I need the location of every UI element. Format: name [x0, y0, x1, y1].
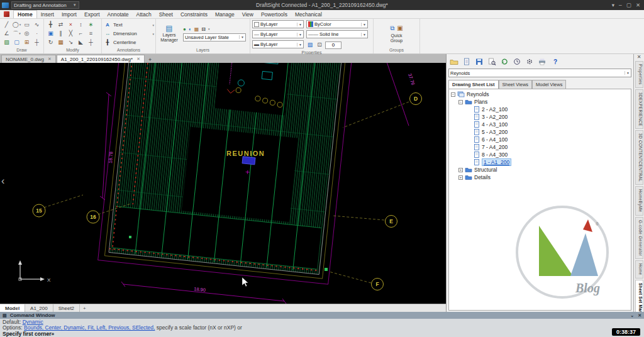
- tree-item-sheet[interactable]: 8 - A4_300: [449, 151, 631, 158]
- collapse-icon[interactable]: −: [451, 92, 455, 97]
- circle-icon[interactable]: ◯▾: [12, 21, 21, 29]
- tree-item-plans[interactable]: − Plans: [449, 98, 631, 106]
- tree-item-details[interactable]: + Details: [449, 174, 631, 181]
- tree-item-sheet[interactable]: 6 - A4_100: [449, 136, 631, 143]
- cad-drawing[interactable]: REUNION 18.78 37.76: [0, 63, 446, 304]
- help-icon[interactable]: ?: [553, 58, 557, 65]
- cross-icon[interactable]: ┼: [32, 38, 42, 47]
- palette-tab-gcode-generator[interactable]: G-code Generator: [635, 217, 643, 259]
- help-pin-icon[interactable]: ▾: [612, 2, 614, 8]
- sheet-set-combo[interactable]: Reynolds ▼: [448, 69, 631, 77]
- window-menu-icon[interactable]: ▤: [3, 313, 7, 318]
- quick-group-button[interactable]: ⧉ ▣ Quick Group: [375, 25, 418, 43]
- settings-gear-icon[interactable]: [525, 57, 535, 66]
- tab-constraints[interactable]: Constraints: [177, 11, 211, 18]
- point-icon[interactable]: ∙: [32, 30, 42, 38]
- fillet-icon[interactable]: ⌐: [76, 30, 86, 38]
- centerline-tool[interactable]: ╂ Centerline: [104, 38, 154, 47]
- tree-item-sheet[interactable]: 7 - A4_200: [449, 143, 631, 151]
- copy-icon[interactable]: ▣: [46, 30, 55, 38]
- match-properties-icon[interactable]: ⊡: [316, 41, 323, 49]
- drawing-canvas[interactable]: REUNION 18.78 37.76: [0, 63, 446, 304]
- new-sheet-icon[interactable]: [462, 57, 472, 66]
- transparency-icon[interactable]: ▧: [306, 41, 314, 49]
- transparency-field[interactable]: 0: [325, 41, 341, 49]
- palette-tab-homebyme[interactable]: HomeByMe: [635, 186, 643, 215]
- erase-icon[interactable]: ×: [66, 21, 75, 29]
- refresh-icon[interactable]: [499, 57, 509, 66]
- option-links[interactable]: Bounds, Center, Dynamic, Fit, Left, Prev…: [24, 324, 155, 331]
- tree-item-sheet[interactable]: 5 - A3_200: [449, 128, 631, 136]
- minimize-button[interactable]: –: [619, 2, 622, 8]
- text-tool[interactable]: A Text ▾: [104, 21, 154, 30]
- polyline-icon[interactable]: ∠: [2, 30, 11, 38]
- dock-icon[interactable]: ⌄: [630, 313, 634, 318]
- tab-sheet2[interactable]: Sheet2: [53, 304, 80, 312]
- layer-freeze-icon[interactable]: ◐: [189, 26, 192, 32]
- boundary-icon[interactable]: ▢: [12, 38, 21, 47]
- ellipse-icon[interactable]: ◎: [22, 30, 31, 38]
- chamfer-icon[interactable]: ◣: [76, 38, 86, 47]
- tab-drawing-sheet-list[interactable]: Drawing Sheet List: [448, 80, 499, 89]
- by-color-combo[interactable]: ByColor ▼: [306, 20, 368, 28]
- mirror-icon[interactable]: ⇄: [56, 21, 65, 29]
- layer-color-icon[interactable]: ●: [183, 26, 186, 32]
- tree-item-sheet[interactable]: 4 - A3_100: [449, 121, 631, 128]
- dimension-tool[interactable]: ↔ Dimension ▾: [104, 30, 154, 38]
- doc-tab-noname[interactable]: NONAME_0.dwg ✕: [1, 55, 56, 63]
- trim-icon[interactable]: ╳: [66, 30, 75, 38]
- line-weight-combo[interactable]: ▬ ByLayer ▼: [252, 40, 304, 48]
- close-icon[interactable]: ✕: [136, 57, 140, 62]
- tab-model[interactable]: Model: [0, 304, 25, 312]
- tab-attach[interactable]: Attach: [133, 11, 155, 18]
- scale-icon[interactable]: ↕: [76, 21, 86, 29]
- tab-import[interactable]: Import: [58, 11, 80, 18]
- command-window-header[interactable]: ▤ Command Window ⌄ ✕: [0, 312, 644, 319]
- tab-insert[interactable]: Insert: [37, 11, 58, 18]
- line-icon[interactable]: ╱: [2, 21, 11, 29]
- spline-icon[interactable]: ∿: [32, 21, 42, 29]
- tab-manage[interactable]: Manage: [211, 11, 238, 18]
- palette-tab-properties[interactable]: Properties: [635, 61, 643, 88]
- rectangle-icon[interactable]: ▭: [22, 21, 31, 29]
- line-type-combo[interactable]: —— Solid line ▼: [306, 30, 368, 38]
- layer-state-combo[interactable]: Unsaved Layer State ▼: [183, 33, 246, 41]
- add-sheet-button[interactable]: +: [80, 304, 89, 312]
- overlay-prev-chevron[interactable]: ‹: [1, 175, 4, 186]
- maximize-button[interactable]: ▢: [626, 2, 631, 8]
- tab-export[interactable]: Export: [80, 11, 104, 18]
- layer-lock-icon[interactable]: ▦: [194, 26, 199, 32]
- tab-sheet-views[interactable]: Sheet Views: [499, 80, 533, 89]
- close-button[interactable]: ✕: [636, 2, 640, 8]
- preview-icon[interactable]: [487, 57, 497, 66]
- palette-tab-home[interactable]: Home: [635, 260, 643, 279]
- tree-item-sheet[interactable]: 2 - A2_100: [449, 106, 631, 113]
- tab-mechanical[interactable]: Mechanical: [291, 11, 326, 18]
- palette-tab-3dexperience[interactable]: 3DEXPERIENCE: [635, 89, 643, 130]
- stretch-icon[interactable]: ↘: [66, 38, 75, 47]
- tab-a1-200[interactable]: A1_200: [25, 304, 53, 312]
- split-icon[interactable]: ┼: [86, 38, 96, 47]
- hatch-icon[interactable]: ▨: [2, 38, 11, 47]
- table-icon[interactable]: ⊞: [22, 38, 31, 47]
- expand-icon[interactable]: +: [458, 168, 463, 172]
- quick-access-icon[interactable]: [4, 11, 9, 17]
- palette-tab-3dcontentcentral[interactable]: 3D CONTENTCENTRAL: [635, 130, 643, 185]
- new-tab-button[interactable]: +: [145, 57, 155, 63]
- close-icon[interactable]: ✕: [48, 57, 52, 62]
- line-color-combo[interactable]: ByLayer ▼: [252, 20, 304, 28]
- explode-icon[interactable]: ∗: [86, 21, 96, 29]
- tab-model-views[interactable]: Model Views: [532, 80, 566, 89]
- tab-sheet[interactable]: Sheet: [155, 11, 177, 18]
- save-icon[interactable]: [474, 57, 484, 66]
- tab-home[interactable]: Home: [13, 10, 37, 18]
- print-icon[interactable]: [537, 57, 547, 66]
- command-prompt[interactable]: Specify first corner»: [3, 331, 641, 337]
- array-icon[interactable]: ▦: [56, 38, 65, 47]
- open-sheet-set-icon[interactable]: [449, 57, 459, 66]
- tab-view[interactable]: View: [238, 11, 257, 18]
- layers-manager-button[interactable]: ▤ Layers Manager: [158, 24, 180, 43]
- palette-tab-sheet-set-manager[interactable]: Sheet Set Manager: [635, 280, 643, 312]
- expand-icon[interactable]: +: [458, 175, 463, 180]
- tree-item-structural[interactable]: + Structural: [449, 166, 631, 174]
